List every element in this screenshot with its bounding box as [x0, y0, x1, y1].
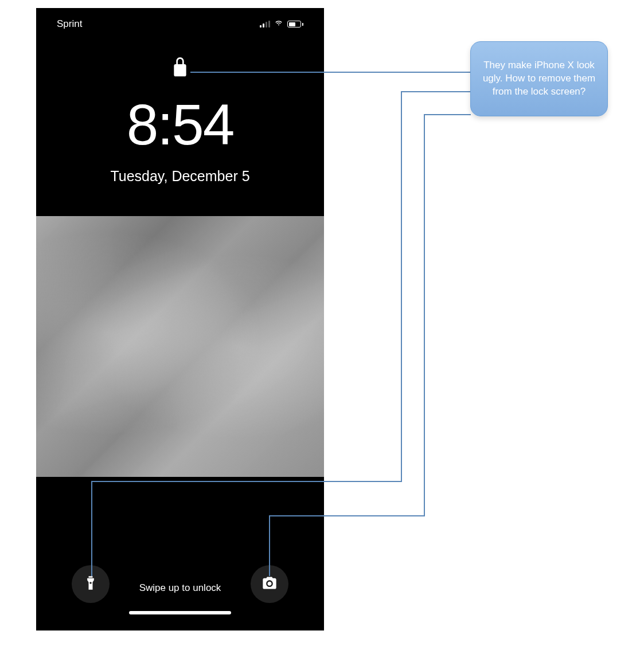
carrier-label: Sprint	[57, 18, 82, 30]
lockscreen-time: 8:54	[36, 96, 324, 153]
callout-text: They make iPhone X look ugly. How to rem…	[483, 60, 595, 97]
annotation-callout: They make iPhone X look ugly. How to rem…	[470, 41, 608, 116]
wifi-icon	[274, 18, 284, 30]
bottom-controls: Swipe up to unlock	[36, 565, 324, 614]
status-right-cluster	[260, 18, 303, 30]
swipe-hint-text: Swipe up to unlock	[139, 582, 221, 594]
status-bar: Sprint	[36, 8, 324, 34]
flashlight-button[interactable]	[72, 565, 110, 603]
flashlight-icon	[83, 575, 99, 593]
camera-icon	[261, 575, 278, 593]
iphone-lockscreen: Sprint 8:54 Tuesday, December 5	[36, 8, 324, 630]
camera-button[interactable]	[251, 565, 288, 603]
lockscreen-date: Tuesday, December 5	[36, 168, 324, 185]
wallpaper-image	[36, 216, 324, 477]
battery-icon	[287, 21, 303, 28]
cellular-signal-icon	[260, 21, 270, 28]
lock-icon	[36, 54, 324, 79]
home-indicator-bar[interactable]	[129, 611, 231, 614]
